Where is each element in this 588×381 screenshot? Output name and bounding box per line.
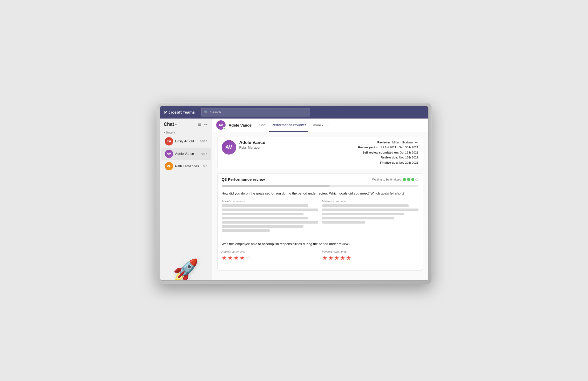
- adele-comments-col-1: Adele's comments: [222, 200, 318, 232]
- review-card-header: Q3 Performance review Waiting to be fina…: [222, 177, 418, 182]
- star-4: ★: [340, 255, 345, 261]
- review-card: Q3 Performance review Waiting to be fina…: [217, 173, 423, 271]
- sidebar-actions: ☰ ✏: [197, 122, 208, 127]
- miriam-stars: ★ ★ ★ ★ ★: [322, 255, 418, 261]
- tab-dropdown-icon: ▾: [305, 123, 306, 126]
- progress-bar: [222, 185, 418, 187]
- contact-item-patti[interactable]: PF Patti Fernandes 9/8: [161, 160, 211, 172]
- review-meta: ··· Reviewer: Miriam Graham Review perio…: [358, 140, 418, 165]
- avatar-adele: AV: [165, 150, 173, 158]
- text-line: [322, 213, 404, 215]
- comments-grid-2: Adele's comments ★ ★ ★ ★ ☆: [222, 250, 418, 261]
- star-3: ★: [234, 255, 239, 261]
- tab-add-button[interactable]: +: [325, 119, 332, 132]
- miriam-comments-col-1: Miriam's comments: [322, 200, 418, 232]
- text-line: [322, 217, 394, 219]
- filter-button[interactable]: ☰: [197, 122, 202, 127]
- section-divider: [222, 237, 418, 237]
- contact-date-adele: 9/17: [201, 152, 207, 155]
- main-content: Chat ▾ ☰ ✏ Recent EA Emily Arnold 10/17: [160, 119, 428, 280]
- comments-grid-1: Adele's comments: [222, 200, 418, 232]
- text-line: [222, 209, 318, 211]
- star-2: ★: [228, 255, 233, 261]
- status-dot-1: [403, 178, 406, 181]
- adele-comments-label-1: Adele's comments: [222, 200, 318, 203]
- laptop-screen: Microsoft Teams 🔍 Search Chat ▾ ☰ ✏: [160, 106, 429, 281]
- contact-item-emily[interactable]: EA Emily Arnold 10/17: [161, 135, 211, 148]
- status-dot-4: [415, 178, 418, 181]
- status-area: Waiting to be finalized: [372, 178, 418, 181]
- laptop-body: Microsoft Teams 🔍 Search Chat ▾ ☰ ✏: [157, 102, 432, 284]
- text-line: [222, 213, 303, 215]
- contact-list: EA Emily Arnold 10/17 AV Adele Vance 9/1…: [160, 135, 212, 172]
- tab-more[interactable]: 3 more ▾: [308, 119, 325, 132]
- tab-performance-review[interactable]: Performance review ▾: [269, 119, 308, 132]
- star-4: ★: [240, 255, 245, 261]
- recent-label: Recent: [160, 129, 212, 135]
- meta-period-value: Jul 1st 2021 - Sep 30th 2021: [380, 146, 418, 149]
- review-card-title: Q3 Performance review: [222, 177, 372, 182]
- text-line: [222, 221, 318, 224]
- meta-review-due-label: Review due:: [381, 156, 398, 159]
- header-tabs: Chat Performance review ▾ 3 more ▾ +: [257, 119, 332, 132]
- contact-name-adele: Adele Vance: [175, 152, 200, 156]
- meta-period: Review period: Jul 1st 2021 - Sep 30th 2…: [358, 145, 418, 150]
- text-line: [322, 204, 409, 207]
- chat-header: AV Adele Vance Chat Performance review ▾: [212, 119, 428, 132]
- chat-chevron-icon[interactable]: ▾: [175, 123, 177, 126]
- contact-date-patti: 9/8: [203, 165, 207, 168]
- profile-name: Adele Vance: [239, 140, 355, 145]
- star-1: ★: [222, 255, 227, 261]
- laptop-wrapper: Microsoft Teams 🔍 Search Chat ▾ ☰ ✏: [151, 97, 437, 284]
- miriam-text-lines-1: [322, 204, 418, 224]
- progress-bar-fill: [222, 185, 330, 187]
- meta-reviewer-value: Miriam Graham: [392, 141, 413, 144]
- contact-name-emily: Emily Arnold: [175, 139, 198, 143]
- star-2: ★: [328, 255, 333, 261]
- meta-review-due: Review due: Nov 13th 2021: [358, 155, 418, 160]
- meta-more-button[interactable]: ···: [413, 140, 418, 145]
- meta-finalize-due-value: Nov 20th 2021: [399, 161, 418, 164]
- search-placeholder: Search: [210, 110, 221, 114]
- sidebar-header: Chat ▾ ☰ ✏: [160, 119, 212, 129]
- status-label: Waiting to be finalized: [372, 178, 401, 181]
- adele-text-lines-1: [222, 204, 318, 232]
- app-title: Microsoft Teams: [164, 110, 195, 114]
- meta-reviewer: Reviewer: Miriam Graham: [358, 140, 418, 145]
- miriam-comments-label-2: Miriam's comments: [322, 250, 418, 253]
- text-line: [322, 209, 418, 211]
- adele-comments-col-2: Adele's comments ★ ★ ★ ★ ☆: [222, 250, 318, 261]
- rocket-decoration: 🚀: [160, 257, 212, 280]
- more-chevron-icon: ▾: [322, 124, 323, 127]
- meta-review-due-value: Nov 13th 2021: [399, 156, 418, 159]
- meta-reviewer-label: Reviewer:: [377, 141, 391, 144]
- adele-stars: ★ ★ ★ ★ ☆: [222, 255, 318, 261]
- sidebar-chat-title: Chat: [164, 122, 174, 127]
- status-dot-3: [411, 178, 414, 181]
- meta-period-label: Review period:: [358, 146, 379, 149]
- header-name: Adele Vance: [229, 123, 252, 127]
- profile-info: Adele Vance Retail Manager: [239, 140, 355, 149]
- meta-self-review-value: Oct 16th 2021: [400, 151, 418, 154]
- meta-finalize-due: Finalize due: Nov 20th 2021: [358, 160, 418, 165]
- compose-button[interactable]: ✏: [204, 122, 208, 127]
- meta-self-review: Self-review submitted on: Oct 16th 2021: [358, 150, 418, 155]
- question-1: How did you do on the goals set for you …: [222, 191, 418, 196]
- profile-avatar: AV: [222, 140, 236, 155]
- meta-finalize-due-label: Finalize due:: [380, 161, 398, 164]
- star-3: ★: [334, 255, 339, 261]
- star-5: ★: [346, 255, 351, 261]
- search-icon: 🔍: [204, 110, 208, 114]
- contact-name-patti: Patti Fernandes: [175, 164, 201, 168]
- avatar-emily: EA: [165, 137, 173, 146]
- text-line: [322, 221, 366, 224]
- sidebar: Chat ▾ ☰ ✏ Recent EA Emily Arnold 10/17: [160, 119, 212, 280]
- meta-self-review-label: Self-review submitted on:: [362, 151, 399, 154]
- contact-item-adele[interactable]: AV Adele Vance 9/17: [161, 148, 211, 160]
- text-line: [222, 204, 308, 207]
- tab-chat[interactable]: Chat: [257, 119, 269, 132]
- search-bar[interactable]: 🔍 Search: [201, 108, 310, 116]
- text-line: [222, 225, 303, 228]
- contact-date-emily: 10/17: [200, 140, 207, 143]
- header-avatar: AV: [216, 120, 226, 130]
